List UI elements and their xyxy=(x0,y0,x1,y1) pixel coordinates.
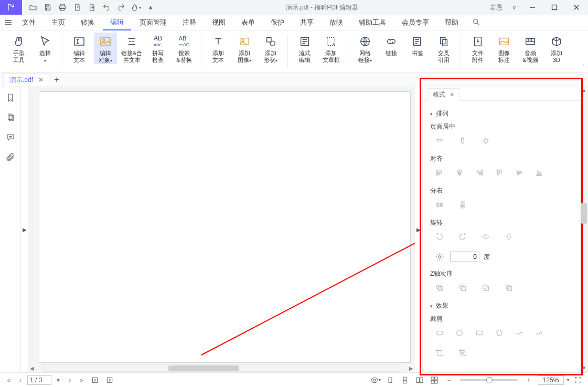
menu-convert[interactable]: 转换 xyxy=(73,15,102,30)
menu-edit[interactable]: 编辑 xyxy=(103,15,131,30)
menu-help[interactable]: 帮助 xyxy=(437,15,466,30)
h-scrollbar[interactable]: ◀ ▶ xyxy=(28,364,415,372)
touch-icon[interactable]: ▾ xyxy=(129,1,143,14)
left-expand-handle[interactable]: ▶ xyxy=(21,87,28,372)
search-icon[interactable] xyxy=(472,18,482,27)
crop-rect-icon[interactable] xyxy=(473,327,486,339)
edit-object-button[interactable]: 编辑 对象▾ xyxy=(94,33,117,64)
undo-icon[interactable] xyxy=(100,1,113,14)
menu-assist[interactable]: 辅助工具 xyxy=(351,15,393,30)
page-plus-icon[interactable] xyxy=(70,1,84,14)
nav-fwd-icon[interactable] xyxy=(104,374,115,386)
h-scroll-thumb[interactable] xyxy=(168,365,240,371)
page-arrow-icon[interactable] xyxy=(85,1,99,14)
minimize-button[interactable] xyxy=(523,0,542,15)
v-scroll-thumb[interactable] xyxy=(581,203,587,224)
center-h-icon[interactable] xyxy=(433,134,446,147)
print-icon[interactable] xyxy=(56,1,69,14)
next-page-icon[interactable]: › xyxy=(65,376,74,384)
v-scrollbar[interactable]: ▲ ▼ xyxy=(580,87,588,372)
crop-polygon-icon[interactable] xyxy=(493,327,506,339)
zoom-out-button[interactable]: − xyxy=(443,374,455,386)
spellcheck-button[interactable]: ABABC 拼写 检查 xyxy=(146,33,169,64)
continuous-icon[interactable] xyxy=(399,374,411,386)
menu-home[interactable]: 主页 xyxy=(44,15,72,30)
rotate-right-icon[interactable] xyxy=(456,231,469,243)
first-page-icon[interactable]: « xyxy=(4,376,14,384)
bring-forward-icon[interactable] xyxy=(456,281,469,294)
page-dropdown-icon[interactable]: ▾ xyxy=(54,376,63,384)
add-image-button[interactable]: 添加 图像▾ xyxy=(233,33,256,64)
redo-icon[interactable] xyxy=(114,1,128,14)
menu-file[interactable]: 文件 xyxy=(15,15,43,30)
scroll-down-icon[interactable]: ▼ xyxy=(580,365,588,372)
single-page-icon[interactable] xyxy=(384,374,396,386)
hamburger-icon[interactable] xyxy=(3,19,14,26)
zoom-value[interactable]: 125% xyxy=(538,375,564,385)
add-article-button[interactable]: 添加 文章框 xyxy=(319,33,343,64)
crop-free-icon[interactable] xyxy=(533,327,546,339)
open-icon[interactable] xyxy=(26,1,40,14)
crop-circle-icon[interactable] xyxy=(453,327,466,339)
save-icon[interactable] xyxy=(41,1,55,14)
center-v-icon[interactable] xyxy=(456,134,469,147)
rotation-input[interactable] xyxy=(450,252,479,262)
qat-more-icon[interactable] xyxy=(144,1,157,14)
attachments-panel-icon[interactable] xyxy=(4,151,17,164)
section-effect[interactable]: 效果 xyxy=(430,301,572,310)
menu-annotate[interactable]: 注释 xyxy=(175,15,204,30)
format-tab[interactable]: 格式 ✕ xyxy=(427,88,460,101)
pages-panel-icon[interactable] xyxy=(4,111,17,124)
attach-button[interactable]: 文件 附件 xyxy=(466,33,489,64)
zoom-in-button[interactable]: + xyxy=(523,374,534,386)
crossref-button[interactable]: 交叉 引用 xyxy=(432,33,455,64)
zoom-knob[interactable] xyxy=(486,377,493,383)
prev-page-icon[interactable]: ‹ xyxy=(16,376,25,384)
add-3d-button[interactable]: 添加 3D xyxy=(545,33,568,64)
comments-panel-icon[interactable] xyxy=(4,131,17,144)
center-both-icon[interactable] xyxy=(479,134,492,147)
menu-member[interactable]: 会员专享 xyxy=(394,15,436,30)
eye-icon[interactable]: ▾ xyxy=(370,374,381,386)
fullscreen-icon[interactable] xyxy=(572,374,584,386)
crop-tool-icon[interactable] xyxy=(433,347,446,359)
menu-protect[interactable]: 保护 xyxy=(263,15,292,30)
web-link-button[interactable]: 网络 链接▾ xyxy=(354,33,377,64)
bookmarks-panel-icon[interactable] xyxy=(4,91,17,104)
last-page-icon[interactable]: » xyxy=(77,376,86,384)
rotate-left-icon[interactable] xyxy=(433,231,446,243)
align-bottom-icon[interactable] xyxy=(533,166,546,179)
user-dropdown-icon[interactable]: ∨ xyxy=(509,4,520,11)
two-continuous-icon[interactable] xyxy=(429,374,440,386)
add-tab-button[interactable]: + xyxy=(49,75,64,85)
bring-front-icon[interactable] xyxy=(433,281,446,294)
nav-back-icon[interactable] xyxy=(89,374,101,386)
edit-text-button[interactable]: 编辑 文本 xyxy=(68,33,91,64)
ribbon-collapse-icon[interactable]: ˄ xyxy=(582,64,585,70)
select-tool-button[interactable]: 选择▾ xyxy=(34,33,57,64)
menu-present[interactable]: 放映 xyxy=(322,15,350,30)
link-merge-button[interactable]: 链接&合 并文本 xyxy=(120,33,143,64)
audio-video-button[interactable]: 音频 &视频 xyxy=(519,33,542,64)
page-input[interactable]: 1 / 3 xyxy=(27,375,51,385)
menu-form[interactable]: 表单 xyxy=(234,15,262,30)
align-middle-icon[interactable] xyxy=(513,166,526,179)
gear-icon[interactable] xyxy=(433,250,446,263)
send-back-icon[interactable] xyxy=(503,281,515,294)
bookmark-button[interactable]: 书签 xyxy=(406,33,429,57)
image-mark-button[interactable]: 图像 标注 xyxy=(493,33,516,64)
doc-tab[interactable]: 演示.pdf ✕ xyxy=(3,74,49,86)
zoom-slider[interactable] xyxy=(460,379,518,381)
close-panel-icon[interactable]: ✕ xyxy=(450,91,454,98)
distribute-h-icon[interactable] xyxy=(433,198,446,211)
hand-tool-button[interactable]: 手型 工具 xyxy=(7,33,30,64)
two-page-icon[interactable] xyxy=(414,374,425,386)
maximize-button[interactable] xyxy=(545,0,564,15)
send-backward-icon[interactable] xyxy=(479,281,492,294)
right-expand-handle[interactable]: ▶ xyxy=(415,87,422,372)
search-replace-button[interactable]: AB⤺AC 搜索 &替换 xyxy=(173,33,196,64)
section-arrange[interactable]: 排列 xyxy=(430,109,572,118)
flip-v-icon[interactable] xyxy=(503,231,515,243)
flow-edit-button[interactable]: 流式 编辑 xyxy=(293,33,316,64)
align-center-h-icon[interactable] xyxy=(453,166,466,179)
